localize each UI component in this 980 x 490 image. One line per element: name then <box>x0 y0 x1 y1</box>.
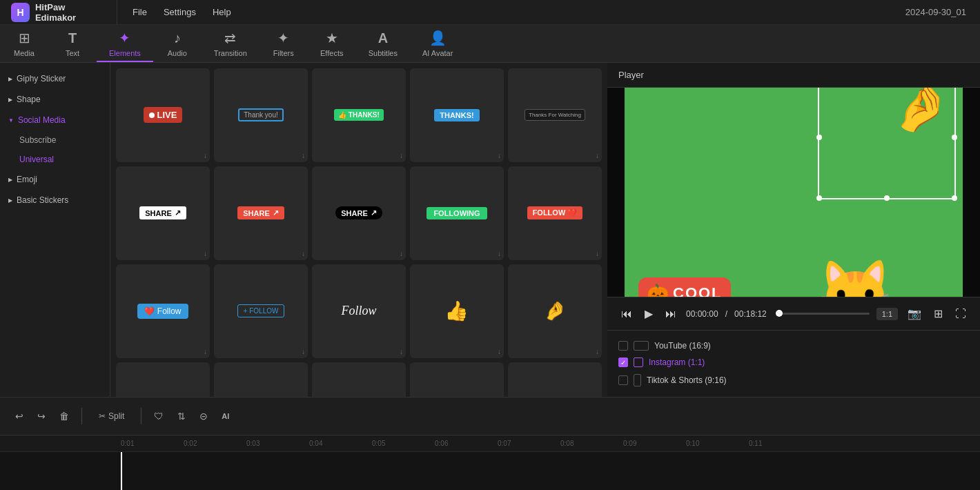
sticker-thankyou[interactable]: Thank you! ↓ <box>214 68 308 162</box>
next-frame-button[interactable]: ⏭ <box>663 305 679 323</box>
redo-button[interactable]: ↪ <box>33 406 50 426</box>
audio-edit-button[interactable]: ⇅ <box>173 406 190 426</box>
selection-box <box>818 88 956 199</box>
sticker-following[interactable]: FOLLOWING ↓ <box>410 166 504 260</box>
fullscreen-button[interactable]: ⛶ <box>952 305 969 323</box>
handle-mr[interactable] <box>952 135 957 140</box>
sticker-thanks-watching[interactable]: Thanks For Watching ↓ <box>508 68 602 162</box>
basic-arrow-icon: ▶ <box>8 197 12 204</box>
sticker-follow-red[interactable]: FOLLOW ❤️ ↓ <box>508 166 602 260</box>
menu-help[interactable]: Help <box>206 4 238 20</box>
timeline-tracks[interactable] <box>0 452 980 490</box>
sticker-finger-heart[interactable]: 🤌 ↓ <box>312 362 406 397</box>
format-tiktok[interactable]: Tiktok & Shorts (9:16) <box>618 371 969 390</box>
sticker-follow-plus[interactable]: + FOLLOW ↓ <box>214 264 308 358</box>
screenshot-button[interactable]: 📷 <box>905 304 924 323</box>
handle-ml[interactable] <box>816 135 822 140</box>
menu-file[interactable]: File <box>126 4 154 20</box>
sticker-stars[interactable]: ✨ ↓ <box>214 362 308 397</box>
sticker-heart-hands[interactable]: 🤌 ↓ <box>508 264 602 358</box>
split-button[interactable]: ✂ Split <box>90 407 133 425</box>
filters-icon: ✦ <box>277 30 289 46</box>
sticker-follow-blue[interactable]: ❤️ Follow ↓ <box>116 264 210 358</box>
sticker-live[interactable]: LIVE ↓ <box>116 68 210 162</box>
menu-bar: File Settings Help <box>117 0 246 24</box>
sticker-share-white[interactable]: SHARE ↗ ↓ <box>116 166 210 260</box>
sticker-follow-cursive[interactable]: Follow ↓ <box>312 264 406 358</box>
progress-bar[interactable] <box>779 313 870 315</box>
ratio-button[interactable]: 1:1 <box>876 308 898 320</box>
sidebar-shape[interactable]: ▶ Shape <box>0 89 110 110</box>
sticker-like-the-video-red[interactable]: ❤️ LIKE THE VIDEO ↓ <box>508 362 602 397</box>
format-panel: YouTube (16:9) ✓ Instagram (1:1) Tiktok … <box>607 330 980 397</box>
ai-button[interactable]: AI <box>217 408 233 424</box>
download-icon-12: ↓ <box>302 348 305 355</box>
download-icon-1: ↓ <box>204 152 207 159</box>
sidebar-emoji[interactable]: ▶ Emoji <box>0 169 110 190</box>
crop-button[interactable]: ⊞ <box>931 304 945 323</box>
sticker-thanks-green[interactable]: 👍 THANKS! ↓ <box>312 68 406 162</box>
nav-subtitles[interactable]: A Subtitles <box>356 25 410 62</box>
sidebar-giphy[interactable]: ▶ Giphy Sticker <box>0 68 110 89</box>
youtube-check <box>618 341 628 351</box>
timeline-ruler: 0:01 0:02 0:03 0:04 0:05 0:06 0:07 0:08 … <box>0 435 980 452</box>
progress-thumb <box>776 310 783 317</box>
time-total: 00:18:12 <box>734 309 767 319</box>
sidebar-universal[interactable]: Universal <box>0 150 110 169</box>
sidebar-subscribe[interactable]: Subscribe <box>0 130 110 150</box>
nav-audio[interactable]: ♪ Audio <box>153 25 202 62</box>
transition-icon: ⇄ <box>224 30 236 46</box>
sidebar-basic-stickers[interactable]: ▶ Basic Stickers <box>0 190 110 210</box>
delete-button[interactable]: 🗑 <box>55 406 73 426</box>
sidebar-social-media[interactable]: ▼ Social Media <box>0 110 110 130</box>
sticker-like-the-video-blue[interactable]: 👍 LIKE THE VIDEO ↓ <box>410 362 504 397</box>
sticker-thumb-cursor[interactable]: 👍 ↓ <box>410 264 504 358</box>
download-icon-14: ↓ <box>498 348 501 355</box>
player-canvas: 🐱 🤌 🎃 COOL <box>625 88 963 297</box>
handle-br[interactable] <box>952 195 957 201</box>
mark-9: 0:10 <box>686 440 749 447</box>
mark-3: 0:04 <box>309 440 372 447</box>
download-icon-4: ↓ <box>498 152 501 159</box>
nav-effects[interactable]: ★ Effects <box>308 25 356 62</box>
menu-settings[interactable]: Settings <box>157 4 203 20</box>
effects-icon: ★ <box>326 30 338 46</box>
download-icon-5: ↓ <box>596 152 599 159</box>
format-instagram[interactable]: ✓ Instagram (1:1) <box>618 354 969 371</box>
shield-button[interactable]: 🛡 <box>150 406 168 426</box>
app-logo-icon: H <box>11 3 30 22</box>
nav-media[interactable]: ⊞ Media <box>0 25 48 62</box>
nav-transition[interactable]: ⇄ Transition <box>202 25 259 62</box>
ai-avatar-icon: 👤 <box>429 30 447 46</box>
sticker-share-red[interactable]: SHARE ↗ ↓ <box>214 166 308 260</box>
mark-10: 0:11 <box>749 440 812 447</box>
play-button[interactable]: ▶ <box>642 304 656 323</box>
handle-bl[interactable] <box>816 195 822 201</box>
instagram-check: ✓ <box>618 357 628 367</box>
sticker-pencil[interactable]: ✏️ ↓ <box>116 362 210 397</box>
mark-2: 0:03 <box>246 440 309 447</box>
timeline-cursor <box>121 452 122 490</box>
format-youtube[interactable]: YouTube (16:9) <box>618 337 969 354</box>
handle-bm[interactable] <box>884 195 890 201</box>
download-icon-2: ↓ <box>302 152 305 159</box>
tiktok-check <box>618 375 628 385</box>
audio-icon: ♪ <box>174 30 181 46</box>
sticker-thanks-blue[interactable]: THANKS! ↓ <box>410 68 504 162</box>
nav-text[interactable]: T Text <box>48 25 97 62</box>
sticker-share-black[interactable]: SHARE ↗ ↓ <box>312 166 406 260</box>
tiktok-icon <box>634 374 641 386</box>
nav-elements[interactable]: ✦ Elements <box>97 25 153 62</box>
elements-icon: ✦ <box>119 30 130 46</box>
undo-button[interactable]: ↩ <box>11 406 28 426</box>
nav-ai-avatar[interactable]: 👤 AI Avatar <box>410 25 465 62</box>
time-current: 00:00:00 <box>686 309 718 319</box>
bottom-toolbar: ↩ ↪ 🗑 ✂ Split 🛡 ⇅ ⊝ AI <box>0 397 980 435</box>
nav-filters[interactable]: ✦ Filters <box>259 25 308 62</box>
mark-7: 0:08 <box>560 440 623 447</box>
player-area: 🐱 🤌 🎃 COOL <box>607 88 980 297</box>
download-icon-9: ↓ <box>498 250 501 257</box>
color-button[interactable]: ⊝ <box>195 406 212 426</box>
prev-frame-button[interactable]: ⏮ <box>618 305 635 323</box>
sticker-grid-panel: LIVE ↓ Thank you! ↓ 👍 THANKS! ↓ THANKS! <box>110 63 607 397</box>
